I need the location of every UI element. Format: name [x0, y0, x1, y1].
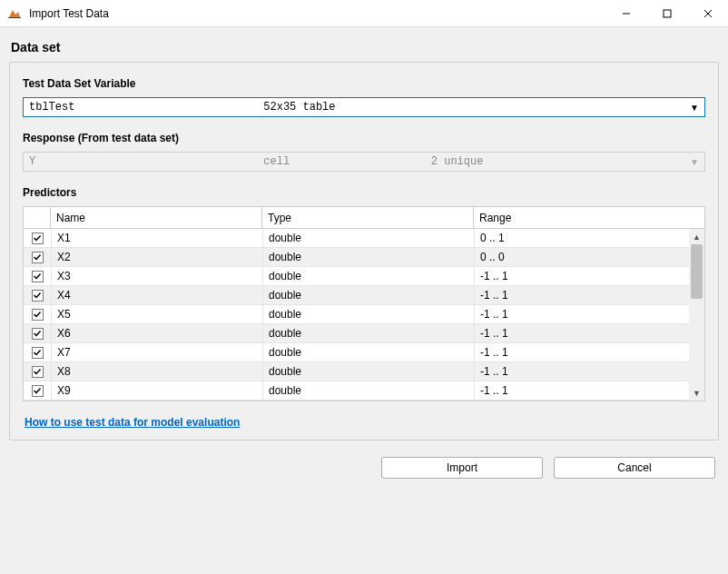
header-type[interactable]: Type	[262, 207, 474, 228]
svg-rect-0	[8, 17, 21, 18]
row-range: -1 .. 1	[474, 324, 689, 342]
row-name: X1	[51, 229, 262, 247]
row-name: X7	[51, 343, 262, 361]
row-range: -1 .. 1	[474, 286, 689, 304]
row-checkbox[interactable]	[32, 309, 44, 321]
row-checkbox[interactable]	[32, 328, 44, 340]
row-checkbox-cell	[24, 271, 51, 282]
row-name: X9	[51, 381, 262, 400]
row-type: double	[262, 229, 474, 247]
data-set-panel: Test Data Set Variable tblTest 52x35 tab…	[9, 62, 719, 440]
row-type: double	[262, 362, 474, 381]
row-checkbox-cell	[24, 233, 51, 244]
row-range: -1 .. 1	[474, 305, 689, 323]
import-button[interactable]: Import	[381, 457, 543, 479]
close-button[interactable]	[687, 0, 728, 27]
row-range: -1 .. 1	[474, 362, 689, 381]
table-row[interactable]: X2double0 .. 0	[24, 248, 689, 267]
scroll-thumb[interactable]	[691, 244, 703, 299]
predictors-label: Predictors	[23, 186, 705, 199]
row-checkbox[interactable]	[32, 290, 44, 302]
row-type: double	[262, 267, 474, 285]
row-range: 0 .. 1	[474, 229, 689, 247]
predictors-table: Name Type Range X1double0 .. 1X2double0 …	[23, 206, 705, 401]
predictors-body: X1double0 .. 1X2double0 .. 0X3double-1 .…	[24, 229, 689, 401]
response-unique: 2 unique	[431, 155, 599, 168]
window-title: Import Test Data	[29, 7, 605, 20]
row-range: -1 .. 1	[474, 267, 689, 285]
row-type: double	[262, 286, 474, 304]
app-icon	[7, 6, 22, 21]
row-name: X3	[51, 267, 262, 285]
row-name: X8	[51, 362, 262, 381]
row-name: X4	[51, 286, 262, 304]
row-type: double	[262, 248, 474, 266]
table-row[interactable]: X3double-1 .. 1	[24, 267, 689, 286]
row-name: X5	[51, 305, 262, 323]
row-checkbox[interactable]	[32, 233, 44, 244]
row-checkbox[interactable]	[32, 271, 44, 282]
row-checkbox-cell	[24, 347, 51, 359]
variable-select[interactable]: tblTest 52x35 table ▼	[23, 97, 705, 117]
variable-dims: 52x35 table	[263, 101, 431, 114]
table-row[interactable]: X5double-1 .. 1	[24, 305, 689, 324]
response-label: Response (From test data set)	[23, 132, 705, 144]
minimize-button[interactable]	[605, 0, 646, 27]
row-type: double	[262, 324, 474, 342]
row-checkbox-cell	[24, 252, 51, 263]
title-bar: Import Test Data	[0, 0, 728, 27]
row-checkbox-cell	[24, 366, 51, 378]
row-checkbox[interactable]	[32, 385, 44, 397]
row-type: double	[262, 381, 474, 400]
header-name[interactable]: Name	[51, 207, 262, 228]
row-checkbox-cell	[24, 385, 51, 397]
scroll-down-icon[interactable]: ▼	[689, 385, 704, 401]
row-checkbox-cell	[24, 309, 51, 321]
button-row: Import Cancel	[0, 440, 728, 495]
row-name: X2	[51, 248, 262, 266]
row-checkbox[interactable]	[32, 347, 44, 359]
help-link[interactable]: How to use test data for model evaluatio…	[25, 416, 240, 429]
row-range: 0 .. 0	[474, 248, 689, 266]
variable-name: tblTest	[29, 101, 263, 114]
response-name: Y	[29, 155, 263, 168]
row-checkbox-cell	[24, 290, 51, 302]
chevron-down-icon: ▼	[690, 103, 699, 113]
row-range: -1 .. 1	[474, 343, 689, 361]
chevron-down-icon: ▼	[690, 157, 699, 167]
table-row[interactable]: X7double-1 .. 1	[24, 343, 689, 362]
maximize-button[interactable]	[646, 0, 687, 27]
table-row[interactable]: X1double0 .. 1	[24, 229, 689, 248]
svg-rect-2	[664, 10, 671, 17]
scroll-up-icon[interactable]: ▲	[689, 229, 704, 244]
row-name: X6	[51, 324, 262, 342]
variable-label: Test Data Set Variable	[23, 77, 705, 90]
table-row[interactable]: X8double-1 .. 1	[24, 362, 689, 381]
vertical-scrollbar[interactable]: ▲ ▼	[689, 229, 704, 401]
header-range[interactable]: Range	[474, 207, 689, 228]
predictors-header: Name Type Range	[24, 207, 704, 229]
row-type: double	[262, 305, 474, 323]
table-row[interactable]: X6double-1 .. 1	[24, 324, 689, 343]
scroll-track[interactable]	[689, 244, 704, 385]
row-type: double	[262, 343, 474, 361]
cancel-button[interactable]: Cancel	[554, 457, 715, 479]
row-checkbox[interactable]	[32, 366, 44, 378]
row-range: -1 .. 1	[474, 381, 689, 400]
header-check-col	[24, 207, 51, 228]
response-select: Y cell 2 unique ▼	[23, 152, 705, 172]
section-title: Data set	[11, 40, 719, 54]
row-checkbox[interactable]	[32, 252, 44, 263]
row-checkbox-cell	[24, 328, 51, 340]
table-row[interactable]: X4double-1 .. 1	[24, 286, 689, 305]
response-type: cell	[263, 155, 431, 168]
table-row[interactable]: X9double-1 .. 1	[24, 381, 689, 401]
